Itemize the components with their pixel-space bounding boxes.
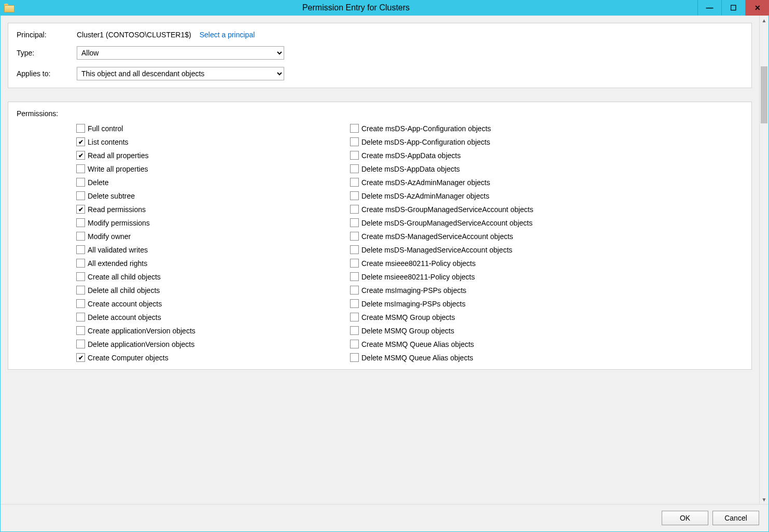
applies-label: Applies to: <box>17 69 77 78</box>
permission-checkbox[interactable] <box>76 272 85 281</box>
permission-label: Delete applicationVersion objects <box>88 340 194 348</box>
scroll-outer: Principal: Cluster1 (CONTOSO\CLUSTER1$) … <box>1 16 768 504</box>
maximize-button[interactable]: ☐ <box>721 0 745 16</box>
scroll-track[interactable] <box>760 25 768 495</box>
permission-item: Create msDS-ManagedServiceAccount object… <box>350 232 624 241</box>
permissions-title: Permissions: <box>17 109 743 118</box>
permission-label: Create MSMQ Queue Alias objects <box>361 340 474 348</box>
select-principal-link[interactable]: Select a principal <box>200 31 255 39</box>
permission-checkbox[interactable] <box>76 191 85 200</box>
permission-label: Delete msDS-App-Configuration objects <box>361 138 490 146</box>
permission-checkbox[interactable] <box>350 151 359 160</box>
permission-checkbox[interactable] <box>350 137 359 146</box>
close-button[interactable]: ✕ <box>745 0 769 16</box>
permission-checkbox[interactable] <box>76 124 85 133</box>
permission-item: List contents <box>76 137 350 146</box>
permission-checkbox[interactable] <box>350 191 359 200</box>
permission-checkbox[interactable] <box>76 353 85 362</box>
permission-label: Create Computer objects <box>88 354 169 362</box>
minimize-button[interactable]: — <box>697 0 721 16</box>
permission-item: Read permissions <box>76 205 350 214</box>
permission-checkbox[interactable] <box>76 326 85 335</box>
permission-checkbox[interactable] <box>76 245 85 254</box>
permission-checkbox[interactable] <box>350 340 359 348</box>
permission-checkbox[interactable] <box>350 218 359 227</box>
permission-checkbox[interactable] <box>76 313 85 321</box>
permission-label: Full control <box>88 124 123 133</box>
permission-checkbox[interactable] <box>350 286 359 295</box>
permission-checkbox[interactable] <box>76 137 85 146</box>
permission-label: Read permissions <box>88 205 146 214</box>
permission-label: Create msDS-GroupManagedServiceAccount o… <box>361 205 534 214</box>
permission-checkbox[interactable] <box>76 218 85 227</box>
permission-item: Read all properties <box>76 151 350 160</box>
permission-item: Full control <box>76 124 350 133</box>
permission-label: Create msDS-App-Configuration objects <box>361 124 491 133</box>
permission-checkbox[interactable] <box>350 272 359 281</box>
permission-item: Create msieee80211-Policy objects <box>350 259 624 268</box>
permission-item: Delete msieee80211-Policy objects <box>350 272 624 281</box>
permission-label: Delete msieee80211-Policy objects <box>361 273 475 281</box>
vertical-scrollbar[interactable]: ▲ ▼ <box>759 16 768 504</box>
permission-label: Create MSMQ Group objects <box>361 313 455 321</box>
permission-label: Delete msImaging-PSPs objects <box>361 300 466 308</box>
permission-checkbox[interactable] <box>350 245 359 254</box>
permission-label: Create account objects <box>88 300 162 308</box>
scroll-down-icon[interactable]: ▼ <box>760 495 768 504</box>
permission-item: Delete MSMQ Queue Alias objects <box>350 353 624 362</box>
permission-item: Create msDS-AppData objects <box>350 151 624 160</box>
permission-label: Delete MSMQ Group objects <box>361 327 454 335</box>
permission-checkbox[interactable] <box>76 164 85 173</box>
permission-label: List contents <box>88 138 129 146</box>
permission-checkbox[interactable] <box>350 299 359 308</box>
permission-checkbox[interactable] <box>76 205 85 214</box>
principal-label: Principal: <box>17 31 77 39</box>
permission-label: Create all child objects <box>88 273 161 281</box>
permission-checkbox[interactable] <box>76 299 85 308</box>
permission-item: Create msImaging-PSPs objects <box>350 286 624 295</box>
permission-label: Create msDS-AzAdminManager objects <box>361 178 490 187</box>
type-select[interactable]: AllowDeny <box>77 46 284 60</box>
type-label: Type: <box>17 49 77 57</box>
cancel-button[interactable]: Cancel <box>712 511 759 525</box>
permission-label: Modify owner <box>88 232 131 241</box>
permission-item: All validated writes <box>76 245 350 254</box>
permissions-panel: Permissions: Full controlList contentsRe… <box>8 102 752 370</box>
permission-checkbox[interactable] <box>76 259 85 268</box>
scroll-up-icon[interactable]: ▲ <box>760 16 768 25</box>
permission-checkbox[interactable] <box>350 259 359 268</box>
permission-label: Modify permissions <box>88 219 150 227</box>
permission-checkbox[interactable] <box>350 326 359 335</box>
permission-checkbox[interactable] <box>350 232 359 241</box>
permission-checkbox[interactable] <box>350 164 359 173</box>
permission-item: Delete msDS-AzAdminManager objects <box>350 191 624 200</box>
scroll-body: Principal: Cluster1 (CONTOSO\CLUSTER1$) … <box>1 16 759 504</box>
permission-label: Write all properties <box>88 165 148 173</box>
permission-checkbox[interactable] <box>350 124 359 133</box>
permission-label: Delete MSMQ Queue Alias objects <box>361 354 473 362</box>
principal-row: Principal: Cluster1 (CONTOSO\CLUSTER1$) … <box>17 31 743 39</box>
permission-checkbox[interactable] <box>350 313 359 321</box>
permission-checkbox[interactable] <box>76 232 85 241</box>
permission-label: Create msImaging-PSPs objects <box>361 286 466 295</box>
permission-checkbox[interactable] <box>350 205 359 214</box>
permissions-column-left: Full controlList contentsRead all proper… <box>76 124 350 362</box>
permission-checkbox[interactable] <box>76 151 85 160</box>
applies-select[interactable]: This object and all descendant objects <box>77 67 284 80</box>
permission-checkbox[interactable] <box>350 353 359 362</box>
permission-label: Delete msDS-AppData objects <box>361 165 460 173</box>
permission-checkbox[interactable] <box>76 286 85 295</box>
permission-item: All extended rights <box>76 259 350 268</box>
client-area: Principal: Cluster1 (CONTOSO\CLUSTER1$) … <box>0 16 769 532</box>
permission-checkbox[interactable] <box>76 340 85 348</box>
permission-label: Delete msDS-GroupManagedServiceAccount o… <box>361 219 533 227</box>
permission-checkbox[interactable] <box>350 178 359 187</box>
scroll-thumb[interactable] <box>761 66 767 123</box>
permission-item: Modify owner <box>76 232 350 241</box>
permission-checkbox[interactable] <box>76 178 85 187</box>
permission-item: Create msDS-GroupManagedServiceAccount o… <box>350 205 624 214</box>
ok-button[interactable]: OK <box>662 511 708 525</box>
permission-item: Create msDS-AzAdminManager objects <box>350 178 624 187</box>
permission-item: Delete account objects <box>76 313 350 321</box>
permission-label: Delete msDS-AzAdminManager objects <box>361 192 490 200</box>
